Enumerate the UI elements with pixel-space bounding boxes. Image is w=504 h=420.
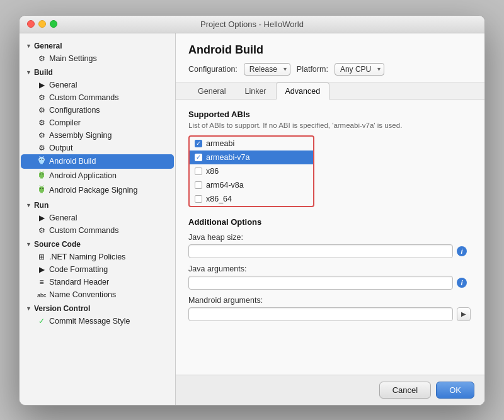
play-icon [37,81,46,89]
sidebar-item-android-package-signing[interactable]: Android Package Signing [21,183,174,198]
sidebar-item-name-conventions[interactable]: Name Conventions [21,288,174,301]
sidebar-item-label: Android Package Signing [49,186,137,195]
gear-icon [37,106,46,115]
abi-label: arm64-v8a [206,181,244,190]
sidebar-group-build[interactable]: ▼ Build [20,65,175,79]
sidebar-item-label: Standard Header [49,278,109,287]
svg-line-14 [43,185,43,186]
sidebar-item-label: Commit Message Style [49,317,130,326]
sidebar-item-run-general[interactable]: General [21,212,174,224]
abi-checkbox-armeabi[interactable]: ✓ [195,140,202,147]
content-header: Android Build Configuration: Release Pla… [176,33,484,82]
svg-rect-10 [40,178,43,179]
mandroid-args-input[interactable] [188,307,453,321]
sidebar-item-configurations[interactable]: Configurations [21,104,174,116]
abi-checkbox-x86-64[interactable] [195,195,202,203]
java-args-input[interactable] [188,276,453,290]
sidebar-item-run-custom-commands[interactable]: Custom Commands [21,224,174,237]
svg-line-13 [40,185,40,186]
maximize-button[interactable] [50,20,57,28]
sidebar-item-net-naming[interactable]: .NET Naming Policies [21,251,174,263]
android-icon [37,171,46,181]
ok-button[interactable]: OK [436,382,474,399]
sidebar-item-commit-message[interactable]: ✓ Commit Message Style [21,315,174,327]
config-row: Configuration: Release Platform: Any CPU [188,63,472,76]
supported-abis-subtitle: List of ABIs to support. If no ABI is sp… [188,122,472,129]
sidebar-item-label: Name Conventions [49,290,116,299]
abi-item-armeabi[interactable]: ✓ armeabi [190,137,313,150]
sidebar-group-general-label: General [34,42,62,50]
additional-options-section: Additional Options Java heap size: i Jav… [188,217,472,321]
sidebar-item-label: Configurations [49,106,100,115]
java-args-label: Java arguments: [188,264,472,273]
java-heap-label: Java heap size: [188,233,472,242]
abi-item-x86[interactable]: x86 [190,164,313,178]
svg-rect-15 [40,192,43,193]
cancel-button[interactable]: Cancel [379,382,431,399]
sidebar-item-build-general[interactable]: General [21,79,174,91]
tab-general[interactable]: General [188,82,235,99]
sidebar-group-run[interactable]: ▼ Run [20,198,175,212]
java-heap-input[interactable] [188,244,453,258]
abi-item-arm64-v8a[interactable]: arm64-v8a [190,178,313,192]
sidebar-item-android-build[interactable]: Android Build [21,154,174,169]
configuration-dropdown[interactable]: Release [244,63,290,76]
sidebar-item-output[interactable]: Output [21,142,174,154]
java-heap-row: i [188,244,472,258]
mandroid-args-label: Mandroid arguments: [188,296,472,305]
chevron-down-icon: ▼ [26,43,32,49]
sidebar-item-main-settings[interactable]: Main Settings [21,52,174,65]
sidebar-item-custom-commands[interactable]: Custom Commands [21,91,174,104]
sidebar-item-android-application[interactable]: Android Application [21,169,174,183]
svg-point-2 [42,159,43,159]
chevron-down-icon: ▼ [26,69,32,76]
sidebar-group-version-control[interactable]: ▼ Version Control [20,301,175,315]
sidebar-item-label: Android Application [49,171,117,180]
tab-bar: General Linker Advanced [176,82,484,99]
content-title: Android Build [188,43,472,57]
sidebar-group-source-code[interactable]: ▼ Source Code [20,237,175,251]
sidebar-item-label: Main Settings [49,54,97,63]
abi-item-armeabi-v7a[interactable]: ✓ armeabi-v7a [190,150,313,164]
check-circle-icon: ✓ [37,317,46,326]
close-button[interactable] [27,20,35,28]
platform-dropdown[interactable]: Any CPU [335,63,384,76]
abi-checkbox-armeabi-v7a[interactable]: ✓ [195,154,202,161]
sidebar-group-build-label: Build [34,68,53,77]
mandroid-run-button[interactable]: ▶ [457,307,471,321]
sidebar-group-source-label: Source Code [34,240,81,249]
tab-linker[interactable]: Linker [235,82,275,99]
configuration-value: Release [249,65,277,74]
tab-advanced[interactable]: Advanced [276,82,330,99]
doc-icon [37,278,46,287]
sidebar-item-compiler[interactable]: Compiler [21,116,174,129]
gear-icon [37,118,46,127]
sidebar-item-assembly-signing[interactable]: Assembly Signing [21,129,174,142]
svg-point-1 [40,159,40,159]
abi-checkbox-x86[interactable] [195,167,202,175]
sidebar-item-label: Android Build [49,157,96,166]
svg-line-4 [43,156,43,157]
java-heap-info-button[interactable]: i [457,246,467,256]
abc-icon [37,290,46,299]
sidebar-item-label: .NET Naming Policies [49,253,125,261]
sidebar-item-standard-header[interactable]: Standard Header [21,276,174,288]
sidebar-group-general[interactable]: ▼ General [20,38,175,52]
sidebar-item-code-formatting[interactable]: Code Formatting [21,263,174,276]
abi-label: x86_64 [206,195,232,203]
abi-list: ✓ armeabi ✓ armeabi-v7a x86 [188,135,314,207]
java-args-row: i [188,276,472,290]
sidebar-item-label: Custom Commands [49,93,118,102]
java-args-info-button[interactable]: i [457,278,467,288]
window-body: ▼ General Main Settings ▼ Build General … [20,33,484,405]
play-icon [37,265,46,274]
svg-point-6 [40,173,40,174]
abi-checkbox-arm64-v8a[interactable] [195,181,202,189]
abi-item-x86-64[interactable]: x86_64 [190,192,313,206]
window-title: Project Options - HelloWorld [200,20,304,29]
sidebar-item-label: General [49,213,77,222]
net-icon [37,253,46,261]
minimize-button[interactable] [38,20,46,28]
android-icon [37,156,46,167]
platform-label: Platform: [297,65,328,74]
